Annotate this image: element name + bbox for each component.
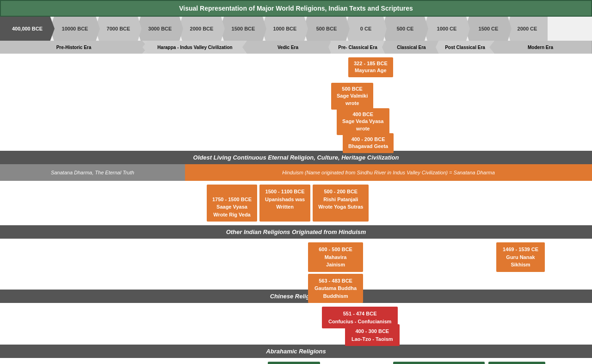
card-sikhism: 1469 - 1539 CE Guru Nanak Sikhism (496, 242, 545, 272)
hinduism-cards-area: 322 - 185 BCE Mayuran Age 500 BCE Sage V… (0, 54, 592, 151)
strip-oldest: Oldest Living Continuous Eternal Religio… (0, 151, 592, 164)
chinese-area: 551 - 474 BCE Confucius - Confucianism 4… (0, 303, 592, 345)
card-mohammad: 570 - 632 CE Mohammad - Islam (488, 362, 545, 364)
tl-7000: 7000 BCE (95, 17, 142, 41)
title-bar: Visual Representation of Major World Rel… (0, 0, 592, 17)
tl-0ce: 0 CE (345, 17, 387, 41)
other-indian-area: 600 - 500 BCE Mahavira Jainism 563 - 483… (0, 239, 592, 290)
card-mauryan: 322 - 185 BCE Mayuran Age (348, 57, 393, 77)
card-bhagavad: 400 - 200 BCE Bhagavad Geeta (343, 133, 394, 153)
card-yogasutras: 500 - 200 BCE Rishi Patanjali Wrote Yoga… (313, 185, 369, 222)
strip-chinese: Chinese Religions (0, 290, 592, 303)
tl-500bce: 500 BCE (303, 17, 350, 41)
era-prehistoric: Pre-Historic Era (0, 41, 148, 54)
tl-500ce: 500 CE (382, 17, 428, 41)
card-buddhism: 563 - 483 BCE Gautama Buddha Buddhism (308, 274, 363, 303)
card-rigveda: 1750 - 1500 BCE Saage Vyasa Wrote Rig Ve… (207, 185, 257, 222)
labels-row: Sanatana Dharma, The Eternal Truth Hindu… (0, 164, 592, 181)
era-vedic: Vedic Era (242, 41, 334, 54)
card-moses: 1400 - 1300 BCE Moses - Judaism (268, 362, 320, 364)
era-postclassical: Post Classical Era (436, 41, 495, 54)
tl-2000ce: 2000 CE (507, 17, 548, 41)
label-hinduism: Hinduism (Name originated from Sindhu Ri… (185, 164, 592, 181)
vedic-cards-row: 1750 - 1500 BCE Saage Vyasa Wrote Rig Ve… (0, 181, 592, 225)
card-jainism: 600 - 500 BCE Mahavira Jainism (308, 242, 363, 272)
title-text: Visual Representation of Major World Rel… (179, 5, 413, 12)
card-valmiki: 500 BCE Sage Valmiki wrote (331, 83, 373, 110)
tl-1000ce: 1000 CE (424, 17, 470, 41)
era-harappa: Harappa - Indus Valley Civilization (142, 41, 248, 54)
era-modern: Modern Era (489, 41, 592, 54)
tl-10000: 10000 BCE (50, 17, 100, 41)
tl-2000: 2000 BCE (179, 17, 225, 41)
card-taoism: 400 - 300 BCE Lao-Tzo - Taoism (345, 324, 400, 346)
tl-3000: 3000 BCE (137, 17, 183, 41)
tl-400000: 400,000 BCE (0, 17, 55, 41)
jainism-buddhism-stack: 600 - 500 BCE Mahavira Jainism 563 - 483… (308, 242, 363, 303)
tl-1500bce: 1500 BCE (220, 17, 266, 41)
page-container: Visual Representation of Major World Rel… (0, 0, 592, 364)
strip-abrahamic: Abrahamic Religions (0, 345, 592, 358)
label-sanatana: Sanatana Dharma, The Eternal Truth (0, 164, 185, 181)
card-upanishads: 1500 - 1100 BCE Upanishads was Written (259, 185, 310, 222)
strip-other-indian: Other Indian Religions Originated from H… (0, 225, 592, 239)
card-vyasa: 400 BCE Sage Veda Vyasa wrote (337, 108, 389, 135)
timeline-bar: 400,000 BCE 10000 BCE 7000 BCE 3000 BCE … (0, 17, 592, 41)
era-bar: Pre-Historic Era Harappa - Indus Valley … (0, 41, 592, 54)
era-classical: Classical Era (382, 41, 441, 54)
tl-1500ce: 1500 CE (465, 17, 512, 41)
card-jesus: 4 BCE - 30 CE Jesus - Christianty (393, 362, 485, 364)
tl-1000bce: 1000 BCE (262, 17, 308, 41)
era-preclassical: Pre- Classical Era (328, 41, 388, 54)
abrahamic-area: 1996 - 1821 BCE 1400 - 1300 BCE Moses - … (0, 358, 592, 364)
